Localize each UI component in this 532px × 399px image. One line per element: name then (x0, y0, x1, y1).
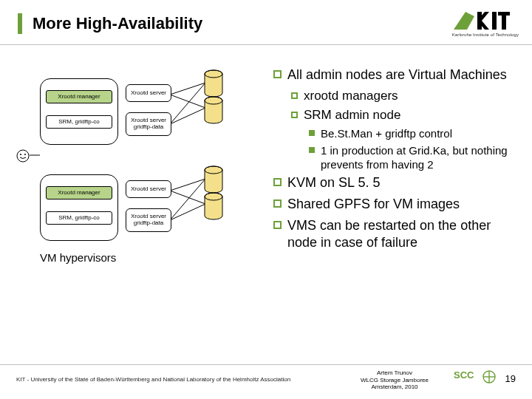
xrootd-server-label-2b-l2: gridftp-data (134, 220, 163, 227)
svg-line-8 (170, 83, 205, 95)
bullet-l3-0: Be.St.Man + gridftp control (309, 126, 519, 140)
svg-line-14 (170, 179, 205, 220)
footer-author: Artem Trunov (361, 369, 429, 376)
bullet-icon (273, 70, 282, 78)
bullet-text: Shared GPFS for VM images (287, 196, 460, 213)
svg-point-22 (20, 154, 21, 155)
bullet-text: 1 in production at Grid.Ka, but nothing … (321, 143, 519, 171)
bullet-text: All admin nodes are Virtual Machines (287, 66, 507, 83)
bullet-l3-1: 1 in production at Grid.Ka, but nothing … (309, 143, 519, 171)
svg-point-23 (24, 154, 26, 155)
bullet-icon (273, 200, 282, 208)
xrootd-server-card-1a: Xrootd server (126, 84, 171, 102)
slide: More High-Availability Karlsruhe Institu… (0, 0, 532, 399)
footer-location: Amsterdam, 2010 (361, 383, 429, 390)
footer-affiliation: KIT - University of the State of Baden-W… (16, 376, 290, 383)
kit-logo-icon (452, 10, 510, 33)
bullet-text: KVM on SL 5. 5 (287, 174, 380, 191)
svg-rect-2 (492, 12, 497, 30)
xrootd-manager-label-1: Xrootd manager (58, 94, 100, 100)
xrootd-server-label-1b-l2: gridftp-data (134, 124, 163, 131)
xrootd-server-label-2a: Xrootd server (131, 186, 166, 193)
srm-label-1: SRM, gridftp-co (58, 119, 100, 126)
database-icon-2b (204, 192, 223, 220)
bullet-l1-2: Shared GPFS for VM images (273, 196, 519, 213)
bullet-icon (273, 178, 282, 186)
bullet-l1-3: VMS can be restarted on the other node i… (273, 217, 519, 251)
footer-event: WLCG Storage Jamboree (361, 377, 429, 383)
title-accent-mark (18, 13, 22, 34)
xrootd-manager-chip-1: Xrootd manager (46, 90, 112, 103)
svg-rect-4 (502, 12, 506, 30)
svg-line-13 (170, 191, 205, 204)
svg-line-12 (170, 179, 205, 191)
bullet-text: Be.St.Man + gridftp control (321, 126, 452, 140)
bullet-text: xrootd managers (304, 88, 398, 104)
svg-point-21 (17, 150, 29, 162)
xrootd-server-card-1b: Xrootd server gridftp-data (126, 112, 171, 136)
scc-logo-text: SCC (454, 369, 474, 381)
bullet-text: VMS can be restarted on the other node i… (287, 217, 519, 251)
srm-label-2: SRM, gridftp-co (58, 215, 100, 222)
database-icon-2a (204, 166, 223, 194)
xrootd-server-card-2b: Xrootd server gridftp-data (126, 208, 171, 232)
bullet-icon (309, 147, 315, 153)
bullet-icon (273, 221, 282, 229)
header-divider (0, 44, 532, 45)
bullet-l2-1: SRM admin node (291, 107, 519, 123)
xrootd-server-card-2a: Xrootd server (126, 180, 171, 198)
smiley-icon (16, 149, 30, 163)
svg-line-11 (170, 108, 205, 124)
vm-box-2 (40, 174, 118, 241)
bullet-text: SRM admin node (304, 107, 400, 123)
svg-line-10 (170, 83, 205, 124)
database-icon-1b (204, 96, 223, 124)
vm-box-1 (40, 78, 118, 145)
bullet-l1-0: All admin nodes are Virtual Machines (273, 66, 519, 83)
architecture-diagram: Xrootd manager SRM, gridftp-co Xrootd se… (15, 74, 259, 318)
bullet-l2-0: xrootd managers (291, 88, 519, 104)
slide-title: More High-Availability (33, 14, 202, 33)
vm-hypervisors-label: VM hypervisors (40, 251, 116, 264)
scc-logo: SCC (454, 368, 498, 393)
xrootd-server-label-1a: Xrootd server (131, 90, 166, 97)
footer-author-block: Artem Trunov WLCG Storage Jamboree Amste… (361, 369, 429, 390)
bullet-icon (291, 112, 298, 118)
page-number: 19 (505, 373, 516, 384)
xrootd-manager-label-2: Xrootd manager (58, 190, 100, 197)
database-icon-1a (204, 69, 223, 98)
svg-line-9 (170, 95, 205, 108)
svg-line-15 (170, 204, 205, 220)
kit-logo: Karlsruhe Institute of Technology (452, 10, 519, 37)
bullet-icon (309, 130, 315, 136)
bullet-l1-1: KVM on SL 5. 5 (273, 174, 519, 191)
bullet-list: All admin nodes are Virtual Machines xro… (273, 66, 519, 256)
kit-logo-subtitle: Karlsruhe Institute of Technology (452, 33, 519, 37)
footer-divider (0, 364, 532, 365)
srm-chip-1: SRM, gridftp-co (46, 115, 112, 129)
title-bar: More High-Availability (18, 13, 202, 34)
bullet-icon (291, 92, 298, 99)
xrootd-manager-chip-2: Xrootd manager (46, 186, 112, 200)
srm-chip-2: SRM, gridftp-co (46, 211, 112, 225)
